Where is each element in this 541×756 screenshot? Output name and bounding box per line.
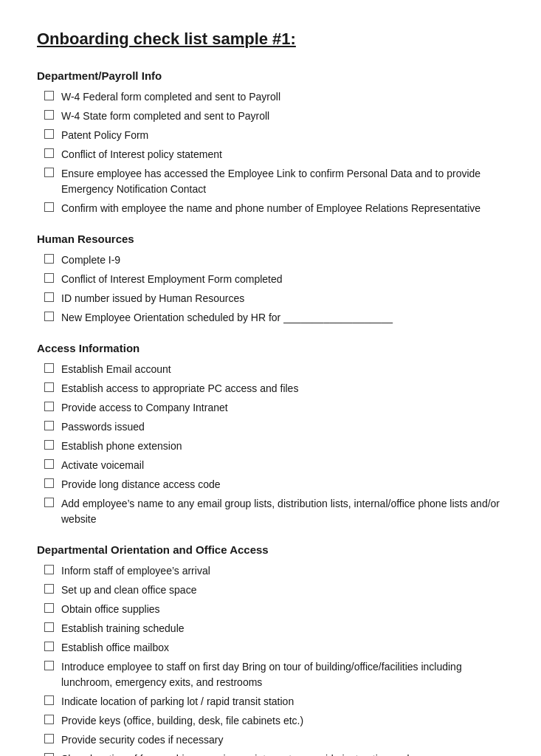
item-text: Introduce employee to staff on first day… — [61, 659, 504, 690]
item-text: Obtain office supplies — [61, 602, 504, 617]
list-item: Establish Email account — [37, 362, 504, 377]
checkbox-icon[interactable] — [44, 148, 54, 158]
list-item: Provide keys (office, building, desk, fi… — [37, 713, 504, 729]
checkbox-icon[interactable] — [44, 292, 54, 302]
checkbox-icon[interactable] — [44, 273, 54, 283]
checkbox-icon[interactable] — [44, 478, 54, 488]
item-text: ID number issued by Human Resources — [61, 291, 504, 306]
list-item: Introduce employee to staff on first day… — [37, 659, 504, 690]
section-dept-payroll: Department/Payroll InfoW-4 Federal form … — [37, 69, 504, 216]
list-item: New Employee Orientation scheduled by HR… — [37, 310, 504, 326]
checkbox-icon[interactable] — [44, 363, 54, 373]
list-item: Patent Policy Form — [37, 128, 504, 143]
item-text: Confirm with employee the name and phone… — [61, 201, 504, 216]
list-item: Establish office mailbox — [37, 640, 504, 656]
checkbox-icon[interactable] — [44, 168, 54, 177]
list-item: Conflict of Interest Employment Form com… — [37, 272, 504, 287]
section-heading-dept-payroll: Department/Payroll Info — [37, 69, 504, 82]
list-item: Conflict of Interest policy statement — [37, 147, 504, 162]
checkbox-icon[interactable] — [44, 312, 54, 321]
list-item: Establish phone extension — [37, 439, 504, 454]
list-item: Provide access to Company Intranet — [37, 400, 504, 416]
checkbox-icon[interactable] — [44, 498, 54, 507]
item-text: Add employee’s name to any email group l… — [61, 496, 504, 527]
item-text: Provide long distance access code — [61, 477, 504, 492]
checkbox-icon[interactable] — [44, 603, 54, 613]
checkbox-icon[interactable] — [44, 202, 54, 212]
list-item: Inform staff of employee’s arrival — [37, 563, 504, 579]
list-item: W-4 State form completed and sent to Pay… — [37, 109, 504, 124]
item-text: Set up and clean office space — [61, 583, 504, 598]
item-text: Conflict of Interest policy statement — [61, 147, 504, 162]
item-text: Indicate location of parking lot / rapid… — [61, 694, 504, 709]
checkbox-icon[interactable] — [44, 254, 54, 264]
checkbox-icon[interactable] — [44, 584, 54, 594]
item-text: Patent Policy Form — [61, 128, 504, 143]
section-human-resources: Human ResourcesComplete I-9Conflict of I… — [37, 233, 504, 326]
checkbox-icon[interactable] — [44, 695, 54, 705]
section-dept-orientation: Departmental Orientation and Office Acce… — [37, 543, 504, 756]
item-text: Activate voicemail — [61, 458, 504, 473]
list-item: Provide long distance access code — [37, 477, 504, 492]
item-text: Establish training schedule — [61, 621, 504, 636]
checkbox-icon[interactable] — [44, 734, 54, 743]
item-text: Establish access to appropriate PC acces… — [61, 381, 504, 396]
checkbox-icon[interactable] — [44, 91, 54, 100]
checkbox-icon[interactable] — [44, 440, 54, 450]
list-item: Indicate location of parking lot / rapid… — [37, 694, 504, 709]
item-text: New Employee Orientation scheduled by HR… — [61, 310, 504, 326]
list-item: Provide security codes if necessary — [37, 732, 504, 748]
checkbox-icon[interactable] — [44, 382, 54, 392]
item-text: Provide access to Company Intranet — [61, 400, 504, 416]
checkbox-icon[interactable] — [44, 421, 54, 430]
checkbox-icon[interactable] — [44, 622, 54, 632]
item-text: Provide security codes if necessary — [61, 732, 504, 748]
list-item: Passwords issued — [37, 419, 504, 435]
list-item: Establish access to appropriate PC acces… — [37, 381, 504, 396]
checkbox-icon[interactable] — [44, 565, 54, 574]
checklist-access-info: Establish Email accountEstablish access … — [37, 362, 504, 527]
item-text: W-4 Federal form completed and sent to P… — [61, 89, 504, 105]
item-text: Complete I-9 — [61, 252, 504, 268]
checkbox-icon[interactable] — [44, 459, 54, 469]
checkbox-icon[interactable] — [44, 129, 54, 139]
item-text: Establish phone extension — [61, 439, 504, 454]
page-title: Onboarding check list sample #1: — [37, 30, 504, 49]
list-item: Add employee’s name to any email group l… — [37, 496, 504, 527]
checkbox-icon[interactable] — [44, 753, 54, 756]
checkbox-icon[interactable] — [44, 715, 54, 724]
item-text: Show location of fax machines, copiers, … — [61, 752, 504, 756]
item-text: Inform staff of employee’s arrival — [61, 563, 504, 579]
checklist-human-resources: Complete I-9Conflict of Interest Employm… — [37, 252, 504, 326]
list-item: ID number issued by Human Resources — [37, 291, 504, 306]
item-text: Establish office mailbox — [61, 640, 504, 656]
checkbox-icon[interactable] — [44, 402, 54, 411]
checkbox-icon[interactable] — [44, 661, 54, 670]
checklist-dept-payroll: W-4 Federal form completed and sent to P… — [37, 89, 504, 216]
item-text: Passwords issued — [61, 419, 504, 435]
list-item: Show location of fax machines, copiers, … — [37, 752, 504, 756]
section-heading-dept-orientation: Departmental Orientation and Office Acce… — [37, 543, 504, 556]
checkbox-icon[interactable] — [44, 642, 54, 651]
section-access-info: Access InformationEstablish Email accoun… — [37, 342, 504, 527]
item-text: Provide keys (office, building, desk, fi… — [61, 713, 504, 729]
checkbox-icon[interactable] — [44, 110, 54, 120]
list-item: Complete I-9 — [37, 252, 504, 268]
list-item: Set up and clean office space — [37, 583, 504, 598]
list-item: Obtain office supplies — [37, 602, 504, 617]
item-text: Conflict of Interest Employment Form com… — [61, 272, 504, 287]
checklist-dept-orientation: Inform staff of employee’s arrivalSet up… — [37, 563, 504, 756]
item-text: W-4 State form completed and sent to Pay… — [61, 109, 504, 124]
list-item: Ensure employee has accessed the Employe… — [37, 166, 504, 197]
list-item: Establish training schedule — [37, 621, 504, 636]
list-item: W-4 Federal form completed and sent to P… — [37, 89, 504, 105]
list-item: Confirm with employee the name and phone… — [37, 201, 504, 216]
section-heading-access-info: Access Information — [37, 342, 504, 354]
list-item: Activate voicemail — [37, 458, 504, 473]
section-heading-human-resources: Human Resources — [37, 233, 504, 245]
item-text: Ensure employee has accessed the Employe… — [61, 166, 504, 197]
item-text: Establish Email account — [61, 362, 504, 377]
